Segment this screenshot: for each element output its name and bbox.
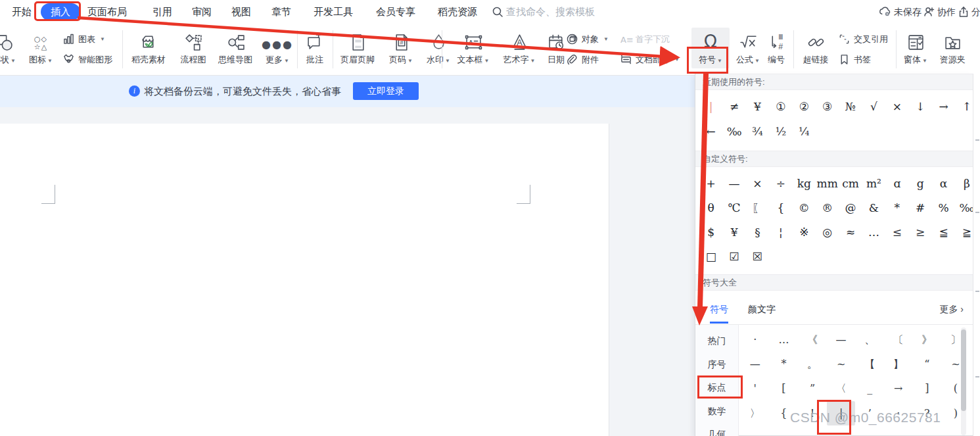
numbering-button[interactable]: Ⅲ# 编号 [761,28,791,66]
symbol-cell[interactable]: * [770,352,799,376]
symbol-cell[interactable]: @ [839,196,862,220]
symbol-cell[interactable]: ½ [769,120,792,143]
symbol-button[interactable]: Ω 符号▼ [691,28,730,66]
symbol-cell[interactable]: ≠ [722,95,745,118]
symbol-cell[interactable]: [ [770,376,799,400]
symbol-cell[interactable]: m² [862,172,885,195]
symbol-cell[interactable]: ≤ [885,220,908,244]
symbol-cell[interactable]: * [885,196,908,220]
symbol-cell[interactable]: √ [862,95,885,118]
symbol-cell[interactable]: ☒ [746,245,769,268]
symbol-cell[interactable]: “ [913,352,942,376]
symbol-cell[interactable]: 《 [798,327,827,352]
symbol-cell[interactable]: ← [699,120,722,143]
symbol-cell[interactable]: ¥ [722,220,745,244]
form-button[interactable]: 窗体▼ [899,28,932,66]
symbol-cell[interactable]: ‰ [722,120,745,143]
symbol-cell[interactable]: ] [913,376,942,400]
tab-insert[interactable]: 插入 [41,3,80,20]
chart-button[interactable]: 图表▼ [63,29,112,49]
page-number-button[interactable]: # 页码▼ [383,28,419,66]
textbox-button[interactable]: A 文本框▼ [452,28,494,66]
symbol-cell[interactable]: 【 [855,352,884,376]
category-item[interactable]: 几何 [695,423,738,436]
symbol-cell[interactable]: $ [699,220,722,244]
tab-kaomoji[interactable]: 颜文字 [748,297,776,322]
symbol-cell[interactable]: 》 [913,327,942,352]
symbol-cell[interactable]: 〉 [741,401,770,425]
category-item[interactable]: 标点 [695,376,738,400]
category-item[interactable]: 数学 [695,400,738,424]
flowchart-button[interactable]: 流程图 [172,28,214,66]
tab-home[interactable]: 开始 [12,0,32,24]
symbol-cell[interactable]: 〈 [827,376,856,400]
tab-review[interactable]: 审阅 [192,0,212,24]
symbol-cell[interactable]: … [770,327,799,352]
symbol-cell[interactable]: α [932,172,955,195]
category-item[interactable]: 序号 [695,353,738,377]
symbol-cell[interactable]: ① [769,95,792,118]
symbol-cell[interactable]: — [741,352,770,376]
symbol-cell[interactable]: № [839,95,862,118]
symbol-cell[interactable]: ɑ [885,172,908,195]
icon-library-button[interactable]: ○◇☆△ 图标▼ [20,28,62,66]
more-button[interactable]: ●●● 更多▼ [259,28,296,66]
resource-folder-button[interactable]: 资源夹 [933,28,971,66]
comment-button[interactable]: 批注 [298,28,331,66]
tab-docer-resources[interactable]: 稻壳资源 [438,0,477,24]
tab-section[interactable]: 章节 [271,0,291,24]
symbol-cell[interactable]: ℃ [722,196,745,220]
symbol-cell[interactable]: ≥ [909,220,932,244]
object-button[interactable]: 对象▼ [567,29,609,49]
symbol-cell[interactable]: + [699,172,722,195]
symbol-cell[interactable]: { [770,401,799,425]
tab-dev-tools[interactable]: 开发工具 [314,0,353,24]
symbol-cell[interactable]: ” [798,376,827,400]
symbol-cell[interactable]: ' [741,376,770,400]
symbol-cell[interactable]: … [862,220,885,244]
symbol-cell[interactable]: θ [699,196,722,220]
tab-references[interactable]: 引用 [152,0,172,24]
symbol-cell[interactable]: — [827,327,856,352]
symbol-cell[interactable]: 〖 [746,196,769,220]
symbol-cell[interactable]: ¥ [746,95,769,118]
symbol-cell[interactable]: ↓ [909,95,932,118]
symbol-cell[interactable]: ※ [793,220,816,244]
symbol-cell[interactable]: % [932,196,955,220]
symbol-cell[interactable]: ® [816,196,839,220]
docer-material-button[interactable]: 稻壳素材 [125,28,172,66]
symbol-cell[interactable]: ’ [855,401,884,425]
mindmap-button[interactable]: 思维导图 [212,28,259,66]
search-input[interactable]: 查找命令、搜索模板 [506,0,595,24]
unsaved-status[interactable]: 未保存 [894,0,922,24]
symbol-cell[interactable]: ③ [816,95,839,118]
symbol-cell[interactable]: → [884,376,913,400]
symbol-cell[interactable]: _ [855,376,884,400]
document-page[interactable] [0,124,609,436]
more-link[interactable]: 更多 › [939,297,964,322]
symbol-cell[interactable]: cm [839,172,862,195]
symbol-cell[interactable]: kg [793,172,816,195]
collaborate-button[interactable]: 协作 [937,0,956,24]
symbol-cell[interactable]: ② [793,95,816,118]
tab-member[interactable]: 会员专享 [376,0,415,24]
symbol-cell[interactable]: ÷ [769,172,792,195]
symbol-cell[interactable]: □ [699,245,722,268]
symbol-cell[interactable]: ≈ [839,220,862,244]
symbol-cell[interactable]: & [862,196,885,220]
symbol-cell[interactable]: · [884,401,913,425]
login-now-button[interactable]: 立即登录 [353,82,419,100]
panel-scrollbar[interactable] [961,327,966,435]
symbol-cell[interactable]: ¼ [793,120,816,143]
crossref-button[interactable]: “” 交叉引用 [839,29,888,49]
symbol-cell[interactable]: ! [798,401,827,425]
symbol-cell[interactable]: { [769,196,792,220]
smart-graphic-button[interactable]: 智能图形 [63,49,112,70]
formula-button[interactable]: 公式▼ [731,28,765,66]
wordart-button[interactable]: A 艺术字▼ [498,28,540,66]
tab-symbols[interactable]: 符号 [710,297,728,324]
symbol-cell[interactable]: mm [816,172,839,195]
symbol-cell[interactable]: ~ [827,352,856,376]
symbol-cell[interactable]: · [741,327,770,352]
symbol-cell[interactable]: ¾ [746,120,769,143]
